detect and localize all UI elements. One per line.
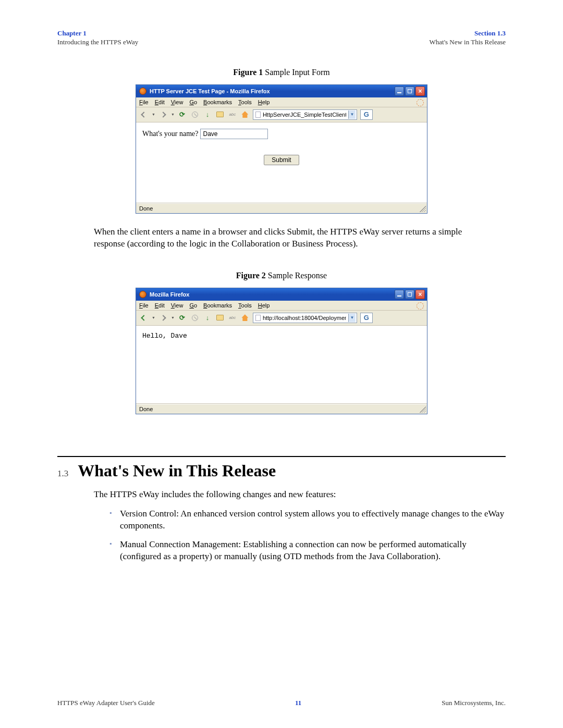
search-engine-icon: G [364, 110, 369, 118]
close-button[interactable]: × [415, 290, 425, 299]
status-bar: Done [136, 203, 427, 213]
stop-button[interactable] [190, 110, 200, 119]
footer-right: Sun Microsystems, Inc. [442, 699, 506, 707]
status-bar-2: Done [136, 404, 427, 414]
spellcheck-button[interactable]: abc [228, 313, 237, 323]
menubar-2: File Edit View Go Bookmarks Tools Help [136, 301, 427, 311]
page-number: 11 [295, 699, 301, 707]
menu-bookmarks[interactable]: Bookmarks [203, 99, 232, 105]
form-label: What's your name? [142, 130, 198, 138]
menu-help[interactable]: Help [258, 99, 270, 105]
reload-button[interactable]: ⟳ [178, 110, 187, 119]
submit-button[interactable]: Submit [264, 155, 299, 165]
menu-edit[interactable]: Edit [155, 302, 165, 309]
menu-file[interactable]: File [139, 99, 149, 105]
window-title: HTTP Server JCE Test Page - Mozilla Fire… [150, 88, 270, 94]
firefox-window-2: Mozilla Firefox × File Edit View Go Book… [136, 288, 427, 414]
response-text: Hello, Dave [142, 332, 187, 340]
menubar: File Edit View Go Bookmarks Tools Help [136, 97, 427, 107]
menu-tools[interactable]: Tools [238, 302, 252, 309]
forward-button[interactable] [158, 313, 168, 323]
status-text-2: Done [139, 406, 153, 412]
toolbar-2: ▼ ▼ ⟳ ↓ abc http://localhost:18004/Deplo… [136, 311, 427, 326]
firefox-window-1: HTTP Server JCE Test Page - Mozilla Fire… [136, 84, 427, 214]
menu-file[interactable]: File [139, 302, 149, 309]
section-rule [57, 456, 506, 457]
figure2-caption: Figure 2 Sample Response [57, 271, 506, 280]
search-box[interactable]: G [360, 313, 373, 323]
forward-dropdown[interactable]: ▼ [171, 113, 175, 116]
forward-dropdown[interactable]: ▼ [171, 316, 175, 319]
address-text: HttpServerJCE_SimpleTestClient.htm [263, 112, 346, 118]
firefox-icon [139, 88, 146, 95]
back-button[interactable] [139, 313, 149, 323]
name-input[interactable] [200, 129, 268, 139]
resize-grip-icon[interactable] [420, 406, 426, 413]
address-bar[interactable]: HttpServerJCE_SimpleTestClient.htm ▼ [253, 109, 357, 120]
menu-bookmarks[interactable]: Bookmarks [203, 302, 232, 309]
page-content: What's your name? Submit [136, 122, 427, 203]
page-icon [255, 315, 261, 321]
figure1-caption: Figure 1 Sample Input Form [57, 68, 506, 77]
toolbar: ▼ ▼ ⟳ ↓ abc HttpServerJCE_SimpleTestClie… [136, 107, 427, 122]
menu-view[interactable]: View [171, 99, 183, 105]
minimize-button[interactable] [395, 290, 404, 299]
titlebar-2[interactable]: Mozilla Firefox × [136, 288, 427, 301]
figure2-caption-bold: Figure 2 [236, 271, 266, 280]
back-dropdown[interactable]: ▼ [152, 316, 155, 319]
address-bar-2[interactable]: http://localhost:18004/Deployment1 ▼ [253, 313, 357, 323]
bullet-2: Manual Connection Management: Establishi… [109, 539, 506, 563]
minimize-button[interactable] [395, 87, 404, 96]
address-dropdown[interactable]: ▼ [348, 110, 356, 119]
figure1-caption-text: Sample Input Form [263, 68, 329, 77]
home-button[interactable] [240, 110, 250, 119]
body-paragraph: When the client enters a name in a brows… [94, 226, 469, 250]
bookmarks-button[interactable] [215, 110, 225, 119]
close-button[interactable]: × [415, 87, 425, 96]
section-intro: The HTTPS eWay includes the following ch… [94, 489, 506, 501]
spellcheck-button[interactable]: abc [228, 110, 237, 119]
section-subtitle: What's New in This Release [429, 38, 506, 47]
search-box[interactable]: G [360, 109, 373, 120]
page-content-2: Hello, Dave [136, 326, 427, 404]
address-dropdown[interactable]: ▼ [348, 314, 356, 322]
menu-go[interactable]: Go [189, 99, 197, 105]
page-icon [255, 112, 261, 118]
downloads-button[interactable]: ↓ [203, 110, 212, 119]
status-text: Done [139, 205, 153, 212]
reload-button[interactable]: ⟳ [178, 313, 187, 323]
throbber-icon [417, 302, 424, 310]
menu-help[interactable]: Help [258, 302, 270, 309]
firefox-icon [139, 291, 146, 298]
bullet-1: Version Control: An enhanced version con… [109, 508, 506, 532]
figure1-caption-bold: Figure 1 [233, 68, 263, 77]
menu-view[interactable]: View [171, 302, 183, 309]
home-button[interactable] [240, 313, 250, 323]
menu-go[interactable]: Go [189, 302, 197, 309]
menu-edit[interactable]: Edit [155, 99, 165, 105]
menu-tools[interactable]: Tools [238, 99, 252, 105]
address-text-2: http://localhost:18004/Deployment1 [263, 315, 346, 321]
page-header: Chapter 1 Introducing the HTTPS eWay Sec… [57, 29, 506, 47]
bookmarks-button[interactable] [215, 313, 225, 323]
back-dropdown[interactable]: ▼ [152, 113, 155, 116]
chapter-subtitle: Introducing the HTTPS eWay [57, 38, 138, 47]
page-footer: HTTPS eWay Adapter User's Guide 11 Sun M… [57, 699, 506, 707]
chapter-label: Chapter 1 [57, 29, 138, 38]
section-number: 1.3 [57, 468, 68, 479]
search-engine-icon: G [364, 314, 369, 322]
resize-grip-icon[interactable] [420, 206, 426, 212]
maximize-button[interactable] [405, 290, 414, 299]
stop-button[interactable] [190, 313, 200, 323]
section-title: What's New in This Release [78, 461, 276, 480]
figure2-caption-text: Sample Response [266, 271, 327, 280]
back-button[interactable] [139, 110, 149, 119]
forward-button[interactable] [158, 110, 168, 119]
section-label: Section 1.3 [429, 29, 506, 38]
footer-left: HTTPS eWay Adapter User's Guide [57, 699, 155, 707]
titlebar[interactable]: HTTP Server JCE Test Page - Mozilla Fire… [136, 85, 427, 97]
maximize-button[interactable] [405, 87, 414, 96]
window-title-2: Mozilla Firefox [150, 291, 189, 298]
downloads-button[interactable]: ↓ [203, 313, 212, 323]
throbber-icon [417, 99, 424, 106]
